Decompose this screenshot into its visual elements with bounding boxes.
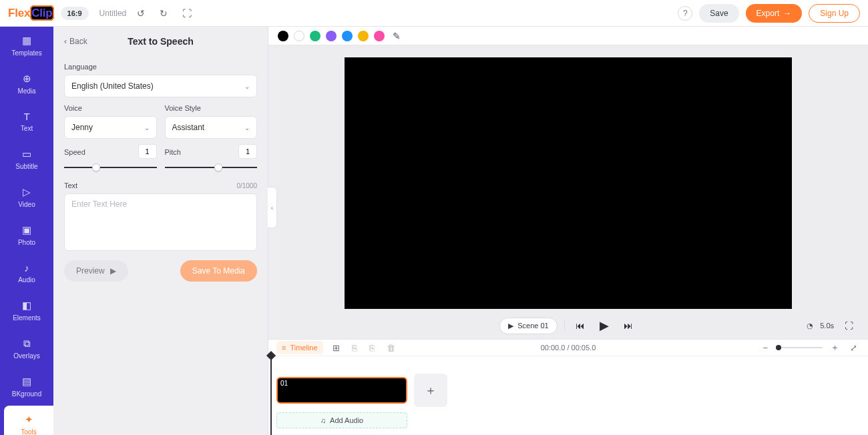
swatch-green[interactable] [310,31,320,41]
zoom-in-button[interactable]: ＋ [828,340,842,355]
play-icon: ▶ [508,322,513,330]
rail-item-bkground[interactable]: ▤BKground [0,368,53,406]
templates-icon: ▦ [22,35,31,47]
project-title[interactable]: Untitled [99,9,127,18]
rail-item-photo[interactable]: ▣Photo [0,216,53,254]
rail-item-tools[interactable]: ✦Tools [4,406,53,435]
pitch-label: Pitch [165,148,181,156]
chevron-down-icon: ⌄ [144,124,150,131]
language-select[interactable]: English (United States)⌄ [64,75,257,97]
swatch-yellow[interactable] [358,31,369,41]
color-palette: ✎ [268,27,868,45]
timeline-chip[interactable]: ≡Timeline [276,341,323,354]
swatch-black[interactable] [278,31,288,41]
undo-button[interactable]: ↺ [133,5,149,21]
next-button[interactable]: ⏭ [620,318,637,334]
video-stage[interactable] [345,57,792,309]
timeline: ≡Timeline ⊞ ⎘ ⎘ 🗑 00:00.0 / 00:05.0 − ＋ … [268,339,868,435]
clock-icon: ◔ [807,322,813,330]
text-icon: T [23,111,29,122]
duplicate-button[interactable]: ⎘ [367,342,377,354]
media-icon: ⊕ [23,73,31,85]
add-scene-button[interactable]: ＋ [414,374,447,407]
video-icon: ▷ [23,186,31,198]
duration-label: 5.0s [820,322,834,330]
language-label: Language [64,63,257,71]
prev-button[interactable]: ⏮ [572,318,589,334]
timeline-clip[interactable]: 01 [276,377,407,404]
chevron-down-icon: ⌄ [244,124,250,131]
swatch-pink[interactable] [374,31,385,41]
music-icon: ♫ [320,416,326,424]
panel-title: Text to Speech [128,36,194,47]
save-button[interactable]: Save [699,4,738,23]
panel-collapse-tab[interactable]: ‹ [268,187,277,228]
chevron-left-icon: ‹ [64,37,67,46]
voice-style-label: Voice Style [165,104,258,112]
player-bar: ▶Scene 01 ⏮ ▶ ⏭ ◔ 5.0s ⛶ [268,312,868,339]
signup-button[interactable]: Sign Up [809,4,860,23]
rail-item-text[interactable]: TText [0,103,53,140]
speed-value[interactable]: 1 [138,144,157,159]
text-label: Text [64,181,77,189]
save-to-media-button[interactable]: Save To Media [180,260,257,282]
speed-slider[interactable] [64,163,157,172]
divider [564,320,565,332]
logo: FlexClip [8,7,54,20]
voice-label: Voice [64,104,157,112]
rail-item-audio[interactable]: ♪Audio [0,254,53,292]
play-button[interactable]: ▶ [596,316,613,336]
add-track-button[interactable]: ⊞ [330,342,343,354]
color-picker-icon[interactable]: ✎ [393,31,401,41]
tts-text-input[interactable] [64,193,257,251]
elements-icon: ◧ [22,300,31,312]
left-rail: ▦Templates ⊕Media TText ▭Subtitle ▷Video… [0,27,53,435]
fullscreen-button[interactable]: ⛶ [178,5,196,21]
swatch-blue[interactable] [342,31,353,41]
back-button[interactable]: ‹Back [64,37,87,46]
timecode: 00:00.0 / 00:05.0 [541,344,596,352]
scene-selector[interactable]: ▶Scene 01 [499,318,557,334]
speed-label: Speed [64,148,85,156]
audio-icon: ♪ [24,262,29,274]
preview-button[interactable]: Preview▶ [64,260,128,282]
rail-item-overlays[interactable]: ⧉Overlays [0,330,53,368]
overlays-icon: ⧉ [23,338,31,350]
tts-panel: ‹Back Text to Speech Language English (U… [53,27,268,435]
char-counter: 0/1000 [236,182,257,189]
timeline-icon: ≡ [282,344,286,352]
redo-button[interactable]: ↻ [156,5,172,21]
bkground-icon: ▤ [22,376,31,388]
zoom-slider[interactable] [776,347,823,348]
arrow-right-icon: → [783,9,791,18]
export-button[interactable]: Export→ [746,4,803,23]
swatch-purple[interactable] [326,31,337,41]
rail-item-templates[interactable]: ▦Templates [0,27,53,65]
voice-style-select[interactable]: Assistant⌄ [165,116,258,139]
rail-item-media[interactable]: ⊕Media [0,65,53,103]
aspect-ratio-pill[interactable]: 16:9 [61,7,89,20]
play-icon: ▶ [110,266,116,276]
split-button[interactable]: ⎘ [349,342,360,354]
pitch-slider[interactable] [165,163,258,172]
tools-icon: ✦ [25,414,33,426]
expand-button[interactable]: ⛶ [841,318,857,334]
help-button[interactable]: ? [678,6,692,21]
pitch-value[interactable]: 1 [238,144,257,159]
photo-icon: ▣ [22,224,31,236]
fit-button[interactable]: ⤢ [847,342,860,354]
delete-button[interactable]: 🗑 [384,342,398,354]
swatch-white[interactable] [294,31,304,41]
voice-select[interactable]: Jenny⌄ [64,116,157,139]
rail-item-subtitle[interactable]: ▭Subtitle [0,140,53,178]
add-audio-strip[interactable]: ♫Add Audio [276,412,407,428]
zoom-out-button[interactable]: − [760,342,771,354]
canvas-area: ‹ ✎ ▶Scene 01 ⏮ [268,27,868,339]
rail-item-video[interactable]: ▷Video [0,178,53,216]
topbar: FlexClip 16:9 Untitled ↺ ↻ ⛶ ? Save Expo… [0,0,868,27]
rail-item-elements[interactable]: ◧Elements [0,292,53,330]
subtitle-icon: ▭ [22,148,31,160]
chevron-down-icon: ⌄ [244,83,250,90]
